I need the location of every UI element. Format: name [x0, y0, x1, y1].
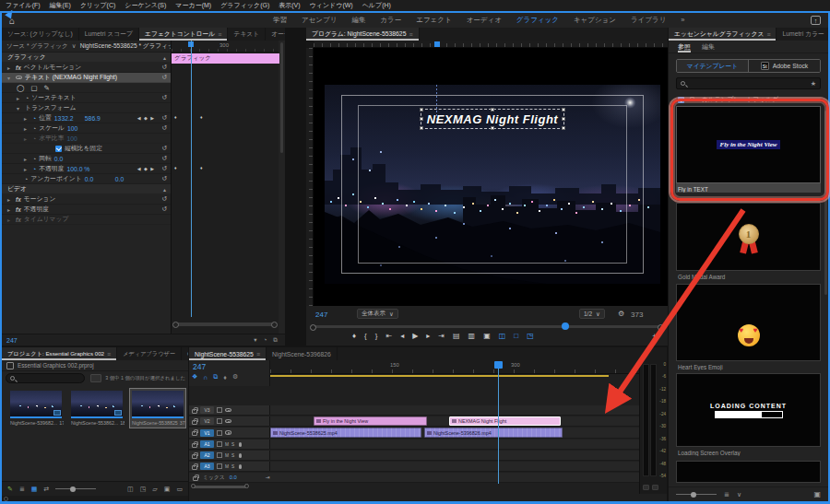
work-area-bar[interactable]	[270, 375, 609, 377]
tab-effect-controls[interactable]: エフェクトコントロール≡	[139, 28, 228, 41]
timeline-playhead-handle[interactable]	[494, 361, 503, 369]
template-search-input[interactable]: ★	[676, 77, 821, 89]
add-marker-icon[interactable]: ♦	[352, 332, 356, 340]
twirl-icon[interactable]: ▸	[24, 156, 30, 162]
row-vector-motion[interactable]: ▸ fx ベクトルモーション ↺	[2, 63, 171, 73]
eye-icon[interactable]	[225, 430, 231, 435]
menu-clip[interactable]: クリップ(C)	[80, 1, 115, 10]
template-item-fly-in-text[interactable]: Fly in the Night View Fly in TEXT	[676, 106, 821, 193]
subtab-browse[interactable]: 参照	[678, 41, 691, 53]
track-a1[interactable]: A1 M S	[189, 440, 639, 450]
mute-button[interactable]: M	[225, 453, 229, 458]
clip-thumbnail[interactable]	[10, 391, 62, 418]
lock-icon[interactable]	[192, 431, 197, 436]
sync-lock-icon[interactable]	[217, 452, 222, 458]
tab-lumetri-scopes[interactable]: Lumetri スコープ	[79, 28, 139, 41]
rectangle-icon[interactable]: ▢	[30, 84, 37, 92]
automate-sequence-icon[interactable]: ◫	[127, 486, 134, 493]
handle-icon[interactable]	[420, 126, 423, 130]
mark-in-icon[interactable]: {	[364, 332, 367, 340]
sync-lock-icon[interactable]	[217, 418, 222, 424]
menu-edit[interactable]: 編集(E)	[50, 1, 71, 10]
workspace-tab-audio[interactable]: オーディオ	[467, 16, 502, 25]
scrub-playhead[interactable]	[562, 322, 569, 330]
my-templates-button[interactable]: マイテンプレート	[677, 60, 749, 72]
panel-menu-icon[interactable]: ≡	[766, 31, 770, 38]
twirl-icon[interactable]: ▾	[7, 75, 13, 81]
row-time-remap[interactable]: ▸ fx タイムリマップ	[2, 215, 171, 225]
twirl-icon[interactable]: ▸	[24, 115, 30, 122]
filter-properties-icon[interactable]: ▾	[254, 336, 256, 344]
track-target-button[interactable]: A1	[200, 440, 214, 448]
tab-sequence-active[interactable]: NightScene-5538625 ≡	[189, 347, 267, 360]
keyframe-nav-icons[interactable]: ◀ ◆ ▶	[137, 166, 155, 171]
keyframe-icon[interactable]: ♦	[200, 114, 203, 120]
tab-source-clip[interactable]: ソース: (クリップなし)	[2, 28, 79, 41]
twirl-icon[interactable]: ▸	[7, 196, 13, 203]
program-scrub-bar[interactable]	[314, 325, 660, 328]
panel-menu-icon[interactable]: ≡	[409, 31, 412, 38]
menu-marker[interactable]: マーカー(M)	[175, 1, 211, 10]
favorites-star-icon[interactable]: ★	[811, 80, 816, 88]
project-item-selected[interactable]: NightScene-5538825 373	[130, 389, 185, 428]
row-scale[interactable]: ▸ ◔ スケール 100 ↺	[2, 123, 171, 134]
lock-icon[interactable]	[192, 443, 197, 448]
menu-window[interactable]: ウィンドウ(W)	[310, 1, 353, 10]
panel-scrollbar[interactable]	[824, 111, 827, 295]
template-item-partial[interactable]	[676, 461, 821, 483]
thumbnail-scrub-bar[interactable]	[10, 416, 62, 418]
track-target-button[interactable]: A3	[200, 463, 214, 470]
mix-gain-value[interactable]: 0.0	[230, 475, 237, 480]
new-bin-icon[interactable]: ▱	[152, 486, 157, 493]
quick-export-icon[interactable]: ↑	[811, 16, 821, 25]
solo-button[interactable]: S	[231, 453, 234, 458]
extract-icon[interactable]: ▥	[468, 332, 476, 340]
handle-icon[interactable]	[420, 108, 423, 111]
solo-button[interactable]: S	[231, 442, 234, 447]
reset-icon[interactable]: ↺	[161, 195, 167, 203]
text-selection-box[interactable]: NEXMAG Night Flight	[421, 109, 564, 129]
tab-program-monitor[interactable]: プログラム: NightScene-5538625 ≡	[306, 28, 420, 41]
handle-icon[interactable]	[420, 117, 423, 121]
row-opacity-fx[interactable]: ▸ fx 不透明度 ↺	[2, 205, 171, 215]
pan-icon[interactable]: ⧉	[273, 336, 278, 344]
safe-margins-icon[interactable]: □	[514, 332, 518, 340]
tab-text[interactable]: テキスト	[228, 28, 266, 41]
sequence-thumbnail[interactable]	[132, 391, 184, 418]
workspace-overflow-icon[interactable]: »	[681, 16, 684, 25]
tab-essential-graphics[interactable]: エッセンシャルグラフィックス ≡	[669, 28, 777, 41]
keyframe-nav-icons[interactable]: ◀ ◆ ▶	[137, 115, 155, 121]
row-text-layer[interactable]: ▾ テキスト (NEXMAG Night Flight) ↺	[2, 73, 171, 83]
scale-value[interactable]: 100	[67, 125, 95, 132]
menu-help[interactable]: ヘルプ(H)	[362, 1, 391, 10]
timeline-timecode[interactable]: 247	[193, 362, 206, 371]
tab-media-browser[interactable]: メディアブラウザー	[117, 347, 182, 360]
panel-scrollbar[interactable]	[280, 42, 283, 153]
reset-icon[interactable]: ↺	[161, 205, 167, 213]
track-mix[interactable]: ミックス 0.0 ⇥	[189, 473, 639, 483]
panel-menu-icon[interactable]: ≡	[107, 351, 111, 357]
track-target-button[interactable]: A2	[200, 451, 214, 459]
meter-solo-buttons[interactable]	[643, 485, 658, 490]
sync-lock-icon[interactable]	[217, 463, 222, 469]
clip-thumbnail[interactable]	[71, 391, 123, 418]
twirl-icon[interactable]: ▸	[7, 64, 13, 71]
row-transform[interactable]: ▾ トランスフォーム	[2, 103, 171, 113]
stopwatch-icon[interactable]: ◔	[25, 95, 29, 101]
lock-icon[interactable]	[192, 420, 197, 425]
clip-fly-in-the-night-view[interactable]: Fly in the Night View	[314, 416, 427, 426]
handle-icon[interactable]	[562, 126, 565, 130]
checked-checkbox[interactable]	[678, 97, 684, 103]
twirl-icon[interactable]: ▸	[17, 95, 22, 101]
step-back-icon[interactable]: ◂	[400, 332, 404, 340]
go-to-in-icon[interactable]: ⇤	[385, 332, 392, 340]
lock-icon[interactable]	[192, 454, 197, 459]
menu-graphics[interactable]: グラフィック(G)	[220, 1, 269, 10]
template-item-gold-medal[interactable]: 1 Gold Medal Award	[676, 203, 821, 280]
clip-nightscene-5396826[interactable]: NightScene-5396826.mp4	[424, 428, 563, 438]
workspace-tab-graphics[interactable]: グラフィック	[516, 16, 559, 25]
handle-icon[interactable]	[562, 117, 565, 121]
row-position[interactable]: ▸ ◔ 位置 1332.2 586.9 ◀ ◆ ▶ ↺	[2, 113, 171, 123]
panel-menu-icon[interactable]: ≡	[218, 31, 221, 38]
thumbnail-scrub-bar[interactable]	[71, 416, 123, 418]
